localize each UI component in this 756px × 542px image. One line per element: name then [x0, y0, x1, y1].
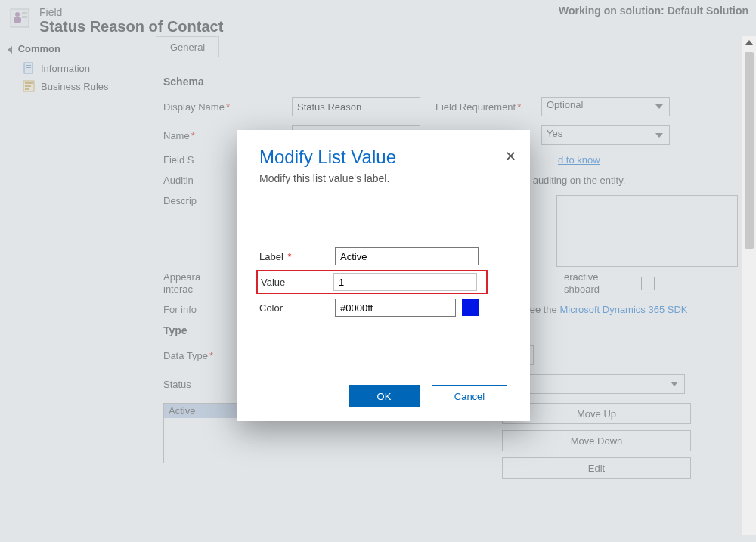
page-title: Status Reason of Contact: [39, 18, 559, 36]
dialog-value-label: Value: [261, 277, 333, 288]
appears-right-partial: eractive shboard: [564, 271, 624, 295]
tab-general[interactable]: General: [156, 36, 219, 57]
description-textarea[interactable]: [556, 195, 738, 267]
nav-section-common[interactable]: Common: [8, 43, 138, 54]
svg-rect-2: [14, 17, 21, 23]
ok-button[interactable]: OK: [349, 385, 420, 407]
svg-rect-6: [26, 65, 31, 66]
schema-heading: Schema: [163, 76, 738, 88]
close-icon[interactable]: ✕: [505, 148, 516, 165]
header-subtitle: Field: [39, 6, 559, 18]
searchable-select[interactable]: Yes: [541, 125, 670, 145]
dialog-label-input[interactable]: [335, 247, 479, 265]
svg-rect-8: [26, 70, 29, 70]
edit-button[interactable]: Edit: [502, 457, 691, 479]
nav-item-label: Business Rules: [41, 81, 109, 92]
svg-rect-7: [26, 67, 31, 68]
field-requirement-select[interactable]: Optional: [541, 97, 670, 116]
display-name-input[interactable]: [292, 97, 420, 116]
working-solution-label: Working on solution: Default Solution: [559, 5, 748, 17]
cancel-button[interactable]: Cancel: [432, 385, 507, 407]
svg-rect-3: [22, 12, 27, 14]
nav-item-business-rules[interactable]: Business Rules: [8, 77, 138, 95]
svg-rect-11: [25, 85, 31, 87]
dialog-label-label: Label *: [259, 251, 335, 262]
need-to-know-link[interactable]: d to know: [558, 154, 600, 166]
field-entity-icon: [8, 6, 32, 30]
collapse-triangle-icon: [8, 46, 12, 54]
vertical-scrollbar[interactable]: [742, 36, 756, 535]
move-down-button[interactable]: Move Down: [502, 430, 691, 451]
left-nav: Common Information Business Rules: [0, 36, 145, 535]
svg-rect-4: [22, 16, 27, 18]
display-name-label: Display Name*: [163, 101, 292, 113]
svg-rect-12: [25, 88, 29, 90]
svg-rect-10: [25, 82, 33, 84]
dialog-subtitle: Modify this list value's label.: [259, 172, 507, 184]
color-swatch[interactable]: [462, 299, 479, 316]
nav-item-information[interactable]: Information: [8, 59, 138, 77]
nav-item-label: Information: [41, 63, 90, 74]
dialog-color-label: Color: [259, 302, 335, 314]
scroll-up-icon[interactable]: [742, 36, 756, 49]
dialog-title: Modify List Value: [259, 147, 507, 168]
scroll-thumb[interactable]: [745, 52, 754, 249]
info-sheet-icon: [23, 62, 35, 74]
svg-point-1: [15, 12, 20, 17]
modify-list-value-dialog: Modify List Value Modify this list value…: [237, 130, 530, 421]
appears-checkbox[interactable]: [641, 277, 655, 290]
field-requirement-label: Field Requirement*: [435, 101, 541, 113]
dialog-color-input[interactable]: [335, 299, 456, 317]
sdk-link[interactable]: Microsoft Dynamics 365 SDK: [559, 304, 687, 315]
rules-icon: [23, 80, 35, 92]
move-up-button[interactable]: Move Up: [502, 403, 691, 424]
dialog-value-input[interactable]: [333, 273, 477, 291]
